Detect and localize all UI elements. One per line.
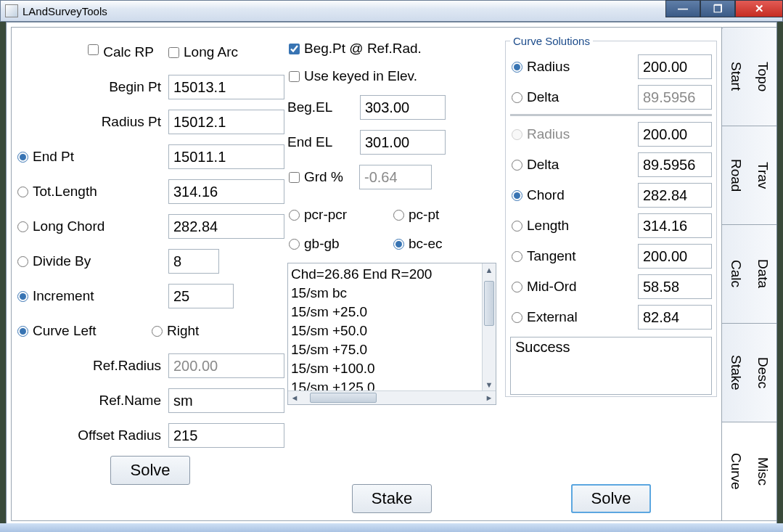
cs-tangent-label: Tangent bbox=[527, 248, 576, 264]
scroll-thumb[interactable] bbox=[484, 281, 494, 326]
vertical-scrollbar[interactable]: ▲ ▼ bbox=[482, 263, 496, 391]
increment-label: Increment bbox=[33, 288, 168, 304]
gb-gb-label: gb-gb bbox=[304, 236, 340, 252]
tot-length-label: Tot.Length bbox=[33, 184, 168, 200]
tab-topo-start[interactable]: Start Topo bbox=[721, 27, 776, 126]
increment-radio[interactable] bbox=[17, 291, 28, 302]
curve-left-label: Curve Left bbox=[33, 323, 97, 339]
cs-delta2-input[interactable] bbox=[638, 152, 712, 177]
long-chord-radio[interactable] bbox=[17, 221, 28, 232]
grd-checkbox[interactable] bbox=[289, 172, 300, 183]
cs-radius2-radio bbox=[512, 129, 522, 140]
tab-misc-curve[interactable]: Curve Misc bbox=[721, 422, 776, 521]
horizontal-scrollbar[interactable]: ◄ ► bbox=[288, 390, 496, 404]
tot-length-input[interactable] bbox=[168, 179, 284, 204]
cs-radius1-input[interactable] bbox=[638, 54, 712, 79]
gb-gb-radio[interactable] bbox=[289, 239, 300, 250]
end-pt-input[interactable] bbox=[168, 144, 284, 169]
scroll-left-icon[interactable]: ◄ bbox=[288, 391, 301, 404]
ref-radius-label: Ref.Radius bbox=[16, 358, 168, 374]
bc-ec-radio[interactable] bbox=[393, 239, 404, 250]
cs-delta2-radio[interactable] bbox=[512, 160, 522, 171]
list-item[interactable]: 15/sm +100.0 bbox=[291, 359, 493, 378]
use-keyed-checkbox[interactable] bbox=[289, 71, 300, 82]
cs-delta1-label: Delta bbox=[527, 89, 559, 105]
long-arc-checkbox[interactable] bbox=[168, 47, 179, 58]
page-curve: Calc RP Long Arc Begin Pt Radius Pt End … bbox=[11, 27, 722, 521]
list-item[interactable]: 15/sm +75.0 bbox=[291, 340, 493, 359]
grd-input bbox=[359, 165, 432, 189]
list-item[interactable]: Chd=26.86 End R=200 bbox=[291, 265, 493, 284]
offset-radius-label: Offset Radius bbox=[16, 427, 168, 443]
use-keyed-label: Use keyed in Elev. bbox=[304, 68, 417, 84]
cs-delta1-radio[interactable] bbox=[512, 92, 522, 103]
cs-external-radio[interactable] bbox=[512, 312, 522, 323]
curve-solutions-group: Curve Solutions Radius Delta Radius Delt… bbox=[505, 35, 717, 397]
cs-external-label: External bbox=[527, 309, 578, 325]
list-item[interactable]: 15/sm bc bbox=[291, 284, 493, 303]
client-area: Start Topo Road Trav Calc Data Stake Des… bbox=[6, 22, 777, 526]
cs-chord-radio[interactable] bbox=[512, 190, 522, 201]
cs-midord-radio[interactable] bbox=[512, 282, 522, 292]
ref-name-input[interactable] bbox=[168, 388, 284, 413]
cs-length-input[interactable] bbox=[638, 213, 712, 238]
side-tabstrip: Start Topo Road Trav Calc Data Stake Des… bbox=[721, 27, 776, 521]
increment-input[interactable] bbox=[168, 284, 234, 308]
list-item[interactable]: 15/sm +50.0 bbox=[291, 322, 493, 340]
curve-right-radio[interactable] bbox=[152, 326, 163, 337]
scroll-up-icon[interactable]: ▲ bbox=[483, 263, 496, 277]
scroll-right-icon[interactable]: ► bbox=[483, 391, 496, 404]
cs-tangent-input[interactable] bbox=[638, 244, 712, 269]
pc-pt-radio[interactable] bbox=[393, 210, 404, 221]
cs-radius2-input[interactable] bbox=[638, 122, 712, 147]
cs-tangent-radio[interactable] bbox=[512, 251, 522, 262]
curve-left-radio[interactable] bbox=[17, 326, 28, 337]
divide-by-radio[interactable] bbox=[17, 256, 28, 267]
tab-desc-stake[interactable]: Stake Desc bbox=[721, 323, 776, 422]
tot-length-radio[interactable] bbox=[17, 187, 28, 197]
cs-radius1-radio[interactable] bbox=[512, 62, 522, 73]
begin-pt-label: Begin Pt bbox=[16, 79, 168, 95]
cs-radius2-label: Radius bbox=[527, 126, 570, 142]
tab-trav-road[interactable]: Road Trav bbox=[721, 126, 776, 225]
radius-pt-input[interactable] bbox=[168, 110, 284, 134]
curve-right-label: Right bbox=[167, 323, 199, 339]
beg-el-input[interactable] bbox=[360, 95, 446, 120]
cs-delta2-label: Delta bbox=[527, 157, 559, 173]
hscroll-thumb[interactable] bbox=[310, 393, 377, 403]
cs-external-input[interactable] bbox=[638, 305, 712, 330]
app-window: LAndSurveyTools — ❐ ✕ Start Topo Road Tr… bbox=[0, 0, 783, 532]
divide-by-input[interactable] bbox=[168, 249, 219, 274]
cs-length-radio[interactable] bbox=[512, 221, 522, 232]
list-item[interactable]: 15/sm +25.0 bbox=[291, 303, 493, 322]
beg-refrad-label: Beg.Pt @ Ref.Rad. bbox=[304, 41, 422, 57]
cs-length-label: Length bbox=[527, 218, 569, 234]
divide-by-label: Divide By bbox=[33, 253, 168, 269]
end-el-input[interactable] bbox=[360, 130, 446, 155]
pcr-pcr-radio[interactable] bbox=[289, 210, 300, 221]
beg-el-label: Beg.EL bbox=[287, 99, 360, 115]
stake-listbox[interactable]: Chd=26.86 End R=200 15/sm bc 15/sm +25.0… bbox=[287, 263, 496, 405]
end-el-label: End EL bbox=[287, 134, 360, 150]
minimize-button[interactable]: — bbox=[665, 0, 700, 17]
calc-rp-checkbox[interactable] bbox=[88, 44, 99, 55]
tab-data-calc[interactable]: Calc Data bbox=[721, 224, 776, 324]
begin-pt-input[interactable] bbox=[168, 75, 284, 99]
close-button[interactable]: ✕ bbox=[735, 0, 783, 17]
offset-radius-input[interactable] bbox=[168, 423, 284, 448]
pc-pt-label: pc-pt bbox=[409, 207, 439, 223]
beg-refrad-checkbox[interactable] bbox=[289, 44, 300, 54]
end-pt-radio[interactable] bbox=[17, 152, 28, 163]
taskbar[interactable] bbox=[0, 523, 783, 532]
long-chord-input[interactable] bbox=[168, 214, 284, 239]
titlebar[interactable]: LAndSurveyTools — ❐ ✕ bbox=[0, 0, 783, 22]
pcr-pcr-label: pcr-pcr bbox=[304, 207, 347, 223]
solve-curve-button[interactable]: Solve bbox=[571, 484, 650, 513]
cs-midord-input[interactable] bbox=[638, 274, 712, 299]
ref-name-label: Ref.Name bbox=[16, 393, 168, 409]
calc-rp-label: Calc RP bbox=[103, 44, 154, 60]
maximize-button[interactable]: ❐ bbox=[700, 0, 735, 17]
solve-left-button[interactable]: Solve bbox=[110, 456, 189, 485]
stake-button[interactable]: Stake bbox=[352, 484, 432, 513]
cs-chord-input[interactable] bbox=[638, 183, 712, 208]
